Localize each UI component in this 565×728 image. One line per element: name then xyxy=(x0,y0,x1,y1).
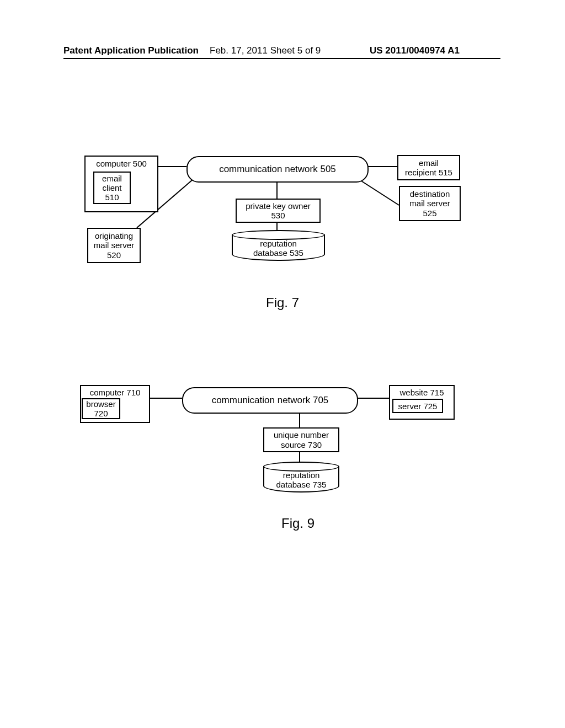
page: Patent Application Publication Feb. 17, … xyxy=(0,0,565,728)
header-rule xyxy=(63,58,500,59)
computer-box: computer 500 email client 510 xyxy=(84,156,158,212)
email-client-box: email client 510 xyxy=(93,172,131,204)
computer-710-label: computer 710 xyxy=(81,388,149,397)
network-label-fig7: communication network 505 xyxy=(219,164,336,175)
website-715-box: website 715 server 725 xyxy=(389,385,455,420)
figure-7-caption: Fig. 7 xyxy=(227,295,338,311)
private-key-owner-box: private key owner 530 xyxy=(236,199,321,223)
browser-720-label: browser 720 xyxy=(83,399,119,419)
figure-9-caption: Fig. 9 xyxy=(243,516,353,531)
email-recipient-box: email recipient 515 xyxy=(397,155,460,180)
network-label-fig9: communication network 705 xyxy=(212,395,329,406)
dest-mail-server-box: destination mail server 525 xyxy=(399,186,461,221)
dest-mail-server-label: destination mail server 525 xyxy=(400,189,460,218)
publication-label: Patent Application Publication xyxy=(63,45,199,56)
email-client-label: email client 510 xyxy=(94,174,130,202)
db-top-icon-9 xyxy=(263,462,339,472)
svg-line-2 xyxy=(359,179,399,205)
server-725-box: server 725 xyxy=(392,399,443,413)
network-cloud-fig9: communication network 705 xyxy=(182,387,358,414)
browser-720-box: browser 720 xyxy=(82,398,120,419)
db-top-icon xyxy=(232,230,325,240)
reputation-db-fig7: reputation database 535 xyxy=(232,234,325,261)
computer-710-box: computer 710 browser 720 xyxy=(80,385,150,423)
reputation-db-label-fig9: reputation database 735 xyxy=(264,470,338,490)
date-sheet-label: Feb. 17, 2011 Sheet 5 of 9 xyxy=(210,45,321,56)
unique-number-source-box: unique number source 730 xyxy=(263,427,339,452)
private-key-owner-label: private key owner 530 xyxy=(237,201,319,221)
server-725-label: server 725 xyxy=(393,402,442,411)
unique-number-source-label: unique number source 730 xyxy=(264,430,338,449)
publication-number: US 2011/0040974 A1 xyxy=(370,45,460,56)
originating-mail-server-box: originating mail server 520 xyxy=(87,228,141,263)
reputation-db-fig9: reputation database 735 xyxy=(263,466,339,493)
network-cloud-fig7: communication network 505 xyxy=(186,156,369,183)
reputation-db-label-fig7: reputation database 535 xyxy=(233,239,324,258)
email-recipient-label: email recipient 515 xyxy=(398,158,459,178)
website-715-label: website 715 xyxy=(390,388,454,397)
originating-mail-server-label: originating mail server 520 xyxy=(88,231,140,260)
computer-label: computer 500 xyxy=(86,159,157,168)
